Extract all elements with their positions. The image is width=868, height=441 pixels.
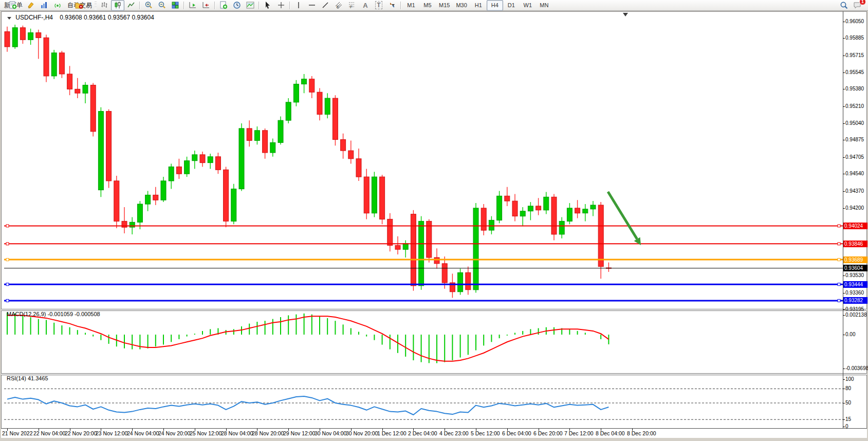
price-tick-label: 0.93195 xyxy=(845,306,868,312)
profiles-dropdown[interactable] xyxy=(230,0,244,11)
chart-shift-button[interactable] xyxy=(199,0,213,11)
timeframe-button-M30[interactable]: M30 xyxy=(453,0,470,11)
time-tick-label: 6 Dec 20:00 xyxy=(533,430,563,436)
timeframe-button-MN[interactable]: MN xyxy=(536,0,552,11)
highlighter-button[interactable] xyxy=(24,0,38,11)
price-tick-label: 0.96050 xyxy=(845,19,868,24)
text-tool-button[interactable]: A xyxy=(359,0,372,11)
time-tick-label: 22 Nov 20:00 xyxy=(65,430,97,436)
cursor-button[interactable] xyxy=(261,0,274,11)
axis-tick-mark xyxy=(843,369,845,369)
price-chart-canvas[interactable] xyxy=(4,11,843,309)
autotrading-button[interactable]: 自动交易 xyxy=(64,0,94,11)
time-tick-label: 21 Nov 2022 xyxy=(2,430,33,436)
timeframe-button-M15[interactable]: M15 xyxy=(436,0,453,11)
auto-scroll-button[interactable] xyxy=(186,0,199,11)
axis-tick-mark xyxy=(843,293,845,293)
price-level-tag: 0.93444 xyxy=(843,281,867,288)
toolbar-right: 1 xyxy=(837,0,867,11)
rsi-tick-label: 100 xyxy=(845,376,868,382)
new-order-button[interactable]: 新订单 xyxy=(1,0,24,11)
zoom-in-button[interactable] xyxy=(142,0,155,11)
crosshair-button[interactable] xyxy=(274,0,288,11)
macd-tick-label: -0.003698 xyxy=(845,365,868,371)
signal-icon xyxy=(53,1,62,9)
auto-scroll-icon xyxy=(189,1,197,9)
candlestick-chart-icon xyxy=(114,1,122,9)
price-tick-label: 0.95380 xyxy=(845,86,868,91)
timeframe-button-H1[interactable]: H1 xyxy=(470,0,487,11)
trendline-button[interactable] xyxy=(319,0,332,11)
axis-tick-mark xyxy=(843,419,845,420)
chevron-down-icon[interactable] xyxy=(7,17,11,20)
main-toolbar: 新订单 自动交易 xyxy=(0,0,868,11)
axis-tick-mark xyxy=(843,315,845,316)
timeframe-button-M5[interactable]: M5 xyxy=(419,0,436,11)
time-tick-label: 7 Dec 12:00 xyxy=(564,430,594,436)
timeframe-button-M1[interactable]: M1 xyxy=(403,0,419,11)
rsi-pane-separator[interactable] xyxy=(1,373,867,375)
search-button[interactable] xyxy=(837,0,851,11)
time-tick-label: 8 Dec 20:00 xyxy=(627,430,656,436)
toolbar-separator xyxy=(214,2,215,9)
time-tick-label: 28 Nov 04:00 xyxy=(221,430,253,436)
rsi-pane-canvas[interactable] xyxy=(4,375,843,428)
axis-tick-mark xyxy=(843,89,845,89)
zoom-in-icon xyxy=(144,1,153,9)
bar-chart-button[interactable] xyxy=(98,0,111,11)
price-level-tag: 0.93846 xyxy=(843,241,867,247)
time-tick-label: 4 Dec 23:00 xyxy=(439,430,469,436)
price-tick-label: 0.95715 xyxy=(845,52,868,58)
timeframe-button-H4[interactable]: H4 xyxy=(487,0,503,11)
axis-tick-mark xyxy=(843,106,845,107)
macd-pane-separator[interactable] xyxy=(1,309,867,311)
axis-tick-mark xyxy=(843,140,845,140)
timeframe-button-D1[interactable]: D1 xyxy=(503,0,520,11)
horizontal-line-icon xyxy=(308,1,316,9)
vertical-line-icon xyxy=(295,1,302,9)
time-tick-label: 1 Dec 12:00 xyxy=(377,430,407,436)
tile-windows-icon xyxy=(171,1,179,9)
arrows-dropdown[interactable] xyxy=(385,0,399,11)
timeframe-button-W1[interactable]: W1 xyxy=(520,0,536,11)
signal-button[interactable] xyxy=(51,0,64,11)
line-chart-button[interactable] xyxy=(124,0,138,11)
vertical-line-button[interactable] xyxy=(292,0,305,11)
channel-button[interactable]: E xyxy=(332,0,345,11)
rsi-tick-label: 50 xyxy=(845,400,868,406)
time-tick-label: 24 Nov 20:00 xyxy=(158,430,190,436)
label-tool-button[interactable]: T xyxy=(372,0,385,11)
price-level-tag: 0.93689 xyxy=(843,256,867,263)
time-axis[interactable]: 21 Nov 202222 Nov 04:0022 Nov 20:0023 No… xyxy=(1,428,867,438)
price-tick-label: 0.95885 xyxy=(845,35,868,41)
notifications-button[interactable]: 1 xyxy=(851,0,864,11)
text-icon: A xyxy=(363,2,367,9)
trendline-icon xyxy=(321,1,329,9)
price-tick-label: 0.93360 xyxy=(845,290,868,296)
new-chart-dropdown-icon xyxy=(219,1,228,9)
rsi-tick-label: 15 xyxy=(845,416,868,422)
axis-tick-mark xyxy=(843,157,845,158)
tile-windows-button[interactable] xyxy=(169,0,182,11)
autotrading-icon xyxy=(75,1,83,9)
mt4-window: 新订单 自动交易 xyxy=(0,0,868,441)
zoom-out-button[interactable] xyxy=(155,0,169,11)
market-watch-button[interactable] xyxy=(38,0,51,11)
candlestick-chart-button[interactable] xyxy=(111,0,124,11)
new-chart-dropdown[interactable] xyxy=(217,0,230,11)
horizontal-line-button[interactable] xyxy=(305,0,319,11)
chart-title-row: USDCHF-,H4 0.93608 0.93661 0.93567 0.936… xyxy=(7,14,154,21)
time-tick-label: 8 Dec 04:00 xyxy=(596,430,625,436)
new-order-icon xyxy=(9,1,17,9)
line-chart-icon xyxy=(127,1,135,9)
price-tick-label: 0.93530 xyxy=(845,272,868,278)
fibonacci-button[interactable]: F xyxy=(345,0,359,11)
axis-tick-mark xyxy=(843,191,845,192)
time-tick-label: 22 Nov 04:00 xyxy=(33,430,65,436)
macd-pane-canvas[interactable] xyxy=(4,310,843,374)
time-tick-label: 30 Nov 04:00 xyxy=(315,430,346,436)
templates-dropdown[interactable] xyxy=(244,0,257,11)
axis-tick-mark xyxy=(843,335,845,335)
time-tick-label: 5 Dec 12:00 xyxy=(471,430,500,436)
zoom-out-icon xyxy=(158,1,166,9)
